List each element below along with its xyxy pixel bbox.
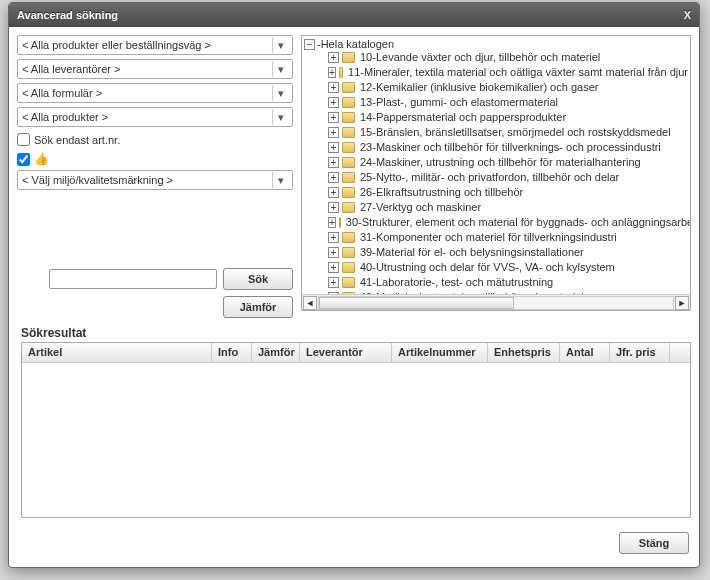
expand-icon[interactable]: + [328, 172, 339, 183]
search-controls: Sök Jämför [17, 268, 293, 318]
expand-icon[interactable]: + [328, 187, 339, 198]
expand-icon[interactable]: + [328, 262, 339, 273]
expand-icon[interactable]: + [328, 142, 339, 153]
folder-icon [342, 187, 355, 198]
horizontal-scrollbar[interactable]: ◄ ► [302, 294, 690, 310]
folder-icon [342, 232, 355, 243]
folder-icon [342, 277, 355, 288]
tree-node-label: 15-Bränslen, bränsletillsatser, smörjmed… [360, 125, 671, 140]
tree-node-label: 24-Maskiner, utrustning och tillbehör fö… [360, 155, 641, 170]
chevron-down-icon: ▾ [272, 37, 288, 53]
search-button[interactable]: Sök [223, 268, 293, 290]
category-tree[interactable]: − -Hela katalogen +10-Levande växter och… [302, 36, 690, 294]
close-button[interactable]: Stäng [619, 532, 689, 554]
scroll-thumb[interactable] [319, 297, 514, 309]
tree-node[interactable]: +24-Maskiner, utrustning och tillbehör f… [328, 155, 688, 170]
only-partnumber-label: Sök endast art.nr. [34, 134, 120, 146]
thumb-checkbox-row[interactable]: 👍 [17, 152, 293, 166]
search-input[interactable] [49, 269, 217, 289]
tree-node-label: 11-Mineraler, textila material och oätli… [348, 65, 688, 80]
column-header[interactable]: Artikelnummer [392, 343, 488, 362]
compare-button[interactable]: Jämför [223, 296, 293, 318]
column-header[interactable]: Antal [560, 343, 610, 362]
content-area: < Alla produkter eller beställningsväg >… [9, 27, 699, 326]
tree-node[interactable]: +14-Pappersmaterial och pappersprodukter [328, 110, 688, 125]
tree-node[interactable]: +30-Strukturer, element och material för… [328, 215, 688, 230]
expand-icon[interactable]: + [328, 112, 339, 123]
tree-node[interactable]: +12-Kemikalier (inklusive biokemikalier)… [328, 80, 688, 95]
chevron-down-icon: ▾ [272, 85, 288, 101]
tree-node[interactable]: +39-Material för el- och belysningsinsta… [328, 245, 688, 260]
expand-icon[interactable]: + [328, 247, 339, 258]
tree-node[interactable]: +15-Bränslen, bränsletillsatser, smörjme… [328, 125, 688, 140]
tree-node[interactable]: +10-Levande växter och djur, tillbehör o… [328, 50, 688, 65]
only-partnumber-checkbox[interactable] [17, 133, 30, 146]
expand-icon[interactable]: + [328, 277, 339, 288]
tree-node[interactable]: +26-Elkraftsutrustning och tillbehör [328, 185, 688, 200]
tree-node-label: 31-Komponenter och materiel för tillverk… [360, 230, 617, 245]
tree-node-label: 41-Laboratorie-, test- och mätutrustning [360, 275, 553, 290]
only-partnumber-checkbox-row[interactable]: Sök endast art.nr. [17, 133, 293, 146]
tree-node[interactable]: +23-Maskiner och tillbehör för tillverkn… [328, 140, 688, 155]
tree-node[interactable]: +40-Utrustning och delar för VVS-, VA- o… [328, 260, 688, 275]
titlebar[interactable]: Avancerad sökning X [9, 3, 699, 27]
tree-node[interactable]: +41-Laboratorie-, test- och mätutrustnin… [328, 275, 688, 290]
tree-node[interactable]: +13-Plast-, gummi- och elastomermaterial [328, 95, 688, 110]
tree-node-label: 40-Utrustning och delar för VVS-, VA- oc… [360, 260, 615, 275]
eco-quality-select[interactable]: < Välj miljö/kvalitetsmärkning > ▾ [17, 170, 293, 190]
tree-node-label: 14-Pappersmaterial och pappersprodukter [360, 110, 566, 125]
tree-node-label: 26-Elkraftsutrustning och tillbehör [360, 185, 523, 200]
tree-node[interactable]: +31-Komponenter och materiel för tillver… [328, 230, 688, 245]
folder-icon [339, 67, 343, 78]
collapse-icon[interactable]: − [304, 39, 315, 50]
scroll-track[interactable] [318, 296, 674, 310]
chevron-down-icon: ▾ [272, 109, 288, 125]
column-header[interactable]: Leverantör [300, 343, 392, 362]
expand-icon[interactable]: + [328, 67, 336, 78]
suppliers-select[interactable]: < Alla leverantörer > ▾ [17, 59, 293, 79]
thumb-checkbox[interactable] [17, 153, 30, 166]
folder-icon [342, 82, 355, 93]
expand-icon[interactable]: + [328, 52, 339, 63]
folder-icon [339, 217, 341, 228]
filters-panel: < Alla produkter eller beställningsväg >… [17, 35, 293, 318]
folder-icon [342, 52, 355, 63]
folder-icon [342, 127, 355, 138]
tree-root[interactable]: − -Hela katalogen [304, 38, 688, 50]
products-or-orderway-select[interactable]: < Alla produkter eller beställningsväg >… [17, 35, 293, 55]
results-heading: Sökresultat [9, 326, 699, 342]
tree-root-label: -Hela katalogen [317, 38, 394, 50]
column-header[interactable]: Enhetspris [488, 343, 560, 362]
column-header[interactable]: Jfr. pris [610, 343, 670, 362]
scroll-right-icon[interactable]: ► [675, 296, 689, 310]
expand-icon[interactable]: + [328, 97, 339, 108]
expand-icon[interactable]: + [328, 202, 339, 213]
expand-icon[interactable]: + [328, 157, 339, 168]
column-header[interactable]: Jämför [252, 343, 300, 362]
tree-node[interactable]: +27-Verktyg och maskiner [328, 200, 688, 215]
tree-children: +10-Levande växter och djur, tillbehör o… [328, 50, 688, 294]
expand-icon[interactable]: + [328, 232, 339, 243]
close-icon[interactable]: X [684, 9, 691, 21]
tree-node-label: 39-Material för el- och belysningsinstal… [360, 245, 584, 260]
tree-node[interactable]: +25-Nytto-, militär- och privatfordon, t… [328, 170, 688, 185]
expand-icon[interactable]: + [328, 127, 339, 138]
folder-icon [342, 97, 355, 108]
expand-icon[interactable]: + [328, 217, 336, 228]
folder-icon [342, 142, 355, 153]
results-grid: ArtikelInfoJämförLeverantörArtikelnummer… [21, 342, 691, 518]
products-select[interactable]: < Alla produkter > ▾ [17, 107, 293, 127]
advanced-search-dialog: Avancerad sökning X < Alla produkter ell… [8, 2, 700, 568]
expand-icon[interactable]: + [328, 82, 339, 93]
thumbs-up-icon: 👍 [34, 152, 49, 166]
column-header[interactable]: Artikel [22, 343, 212, 362]
chevron-down-icon: ▾ [272, 61, 288, 77]
column-header[interactable]: Info [212, 343, 252, 362]
dropdown-label: < Alla leverantörer > [22, 63, 268, 75]
tree-node[interactable]: +11-Mineraler, textila material och oätl… [328, 65, 688, 80]
forms-select[interactable]: < Alla formulär > ▾ [17, 83, 293, 103]
window-title: Avancerad sökning [17, 9, 118, 21]
grid-header: ArtikelInfoJämförLeverantörArtikelnummer… [22, 343, 690, 363]
chevron-down-icon: ▾ [272, 172, 288, 188]
scroll-left-icon[interactable]: ◄ [303, 296, 317, 310]
